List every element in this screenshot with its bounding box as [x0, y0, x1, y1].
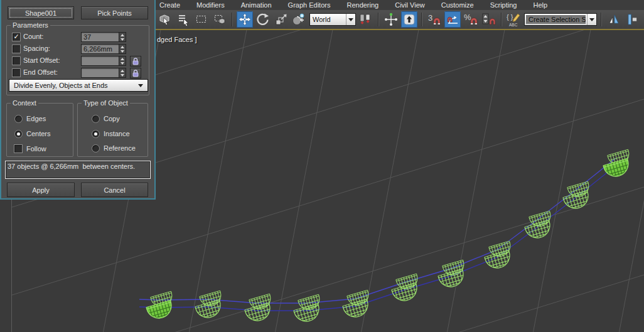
centers-radio[interactable]: [14, 130, 23, 138]
svg-text:{ }: { }: [507, 13, 513, 21]
scale-icon: [274, 12, 289, 27]
angle-snap-toggle-button[interactable]: [444, 11, 461, 28]
spacing-label: Spacing:: [23, 45, 50, 52]
snaps-toggle-3d-button[interactable]: 3: [426, 11, 443, 28]
copy-radio[interactable]: [92, 115, 100, 123]
align-icon: [626, 13, 638, 26]
percent-snap-toggle-button[interactable]: %: [463, 11, 479, 28]
select-and-manipulate-icon: [384, 12, 399, 27]
viewport-shading-label[interactable]: dged Faces ]: [157, 36, 197, 43]
cancel-button[interactable]: Cancel: [81, 183, 148, 197]
spacing-field[interactable]: 6,266mm: [81, 44, 121, 54]
svg-text:ABC: ABC: [509, 23, 518, 27]
end-offset-label: End Offset:: [23, 68, 58, 76]
named-selection-sets-icon: { } ABC: [506, 11, 522, 28]
named-selection-set-dropdown[interactable]: Create Selection Se: [524, 13, 597, 26]
percent-snap-icon: %: [463, 12, 479, 27]
start-offset-lock-button[interactable]: [130, 56, 141, 67]
toolbar-separator: [378, 13, 379, 26]
count-spinner[interactable]: [119, 32, 126, 42]
apply-button[interactable]: Apply: [7, 183, 75, 197]
reference-radio[interactable]: [92, 144, 100, 153]
svg-text:%: %: [464, 13, 471, 22]
follow-checkbox[interactable]: [14, 144, 23, 153]
snaps-3d-icon: 3: [426, 12, 443, 27]
mirror-button[interactable]: [606, 11, 622, 28]
spinner-snap-icon: [481, 12, 497, 27]
context-title: Context: [11, 99, 38, 107]
keyboard-shortcut-override-button[interactable]: [401, 11, 417, 28]
select-by-name-icon: [176, 13, 190, 26]
distribution-dropdown[interactable]: Divide Evenly, Objects at Ends: [9, 79, 148, 92]
align-button[interactable]: [624, 11, 640, 28]
parameters-title: Parameters: [11, 21, 50, 29]
lock-icon: [132, 69, 139, 77]
select-and-scale-button[interactable]: [273, 11, 289, 28]
window-crossing-icon: [213, 13, 227, 26]
menu-create[interactable]: Create: [159, 0, 180, 10]
mirror-icon: [607, 13, 621, 26]
angle-snap-icon: [445, 12, 460, 27]
start-offset-spinner[interactable]: [119, 56, 126, 66]
instance-label: Instance: [104, 130, 130, 137]
use-pivot-point-center-button[interactable]: [358, 11, 374, 28]
pick-path-button[interactable]: Shape001: [8, 6, 74, 19]
edit-named-selection-sets-button[interactable]: { } ABC: [506, 11, 522, 28]
end-offset-lock-button[interactable]: [130, 68, 141, 78]
chevron-down-icon: [138, 84, 143, 87]
toolbar-separator: [501, 13, 502, 26]
start-offset-label: Start Offset:: [23, 56, 60, 64]
distribution-value: Divide Evenly, Objects at Ends: [14, 82, 108, 89]
copy-label: Copy: [104, 115, 120, 122]
pick-points-button[interactable]: Pick Points: [81, 6, 148, 19]
application-window: Create Modifiers Animation Graph Editors…: [0, 0, 644, 332]
spinner-snap-toggle-button[interactable]: [481, 11, 497, 28]
select-and-move-button[interactable]: [237, 11, 253, 28]
select-and-place-button[interactable]: [291, 11, 308, 28]
end-offset-field[interactable]: [81, 68, 121, 78]
context-group: Context Edges Centers Follow: [6, 99, 73, 157]
toolbar-separator: [421, 13, 422, 26]
keyboard-override-icon: [402, 13, 416, 26]
select-object-icon: [158, 13, 172, 26]
spacing-spinner[interactable]: [119, 44, 126, 54]
chevron-down-icon: [587, 14, 596, 25]
select-by-name-button[interactable]: [175, 11, 191, 28]
spacing-tool-dialog: Shape001 Pick Points Parameters ✓ Count:…: [0, 0, 156, 200]
menu-animation[interactable]: Animation: [241, 0, 272, 10]
selection-set-value: Create Selection Se: [526, 15, 586, 24]
checkmark-icon: ✓: [13, 33, 19, 40]
select-object-button[interactable]: [157, 11, 173, 28]
edges-label: Edges: [26, 115, 46, 122]
rectangular-selection-region-button[interactable]: [193, 11, 210, 28]
count-checkbox[interactable]: ✓: [12, 33, 21, 41]
start-offset-checkbox[interactable]: [12, 56, 21, 65]
menu-modifiers[interactable]: Modifiers: [196, 0, 225, 10]
window-crossing-toggle-button[interactable]: [212, 11, 228, 28]
end-offset-spinner[interactable]: [119, 68, 126, 78]
spacing-checkbox[interactable]: [12, 45, 21, 53]
start-offset-field[interactable]: [81, 56, 121, 66]
menu-scripting[interactable]: Scripting: [490, 0, 517, 10]
spacing-status-readout: 37 objects @ 6,266mm between centers.: [5, 161, 151, 179]
menu-customize[interactable]: Customize: [441, 0, 474, 10]
type-of-object-group: Type of Object Copy Instance Reference: [77, 99, 148, 157]
toolbar-separator: [232, 13, 233, 26]
menu-civil-view[interactable]: Civil View: [395, 0, 424, 10]
count-label: Count:: [23, 33, 43, 40]
pivot-point-center-icon: [358, 12, 374, 27]
menu-graph-editors[interactable]: Graph Editors: [288, 0, 331, 10]
reference-coordinate-system-dropdown[interactable]: World: [309, 13, 356, 26]
menu-help[interactable]: Help: [533, 0, 547, 10]
instance-radio[interactable]: [92, 130, 100, 138]
select-and-manipulate-button[interactable]: [383, 11, 399, 28]
select-and-rotate-button[interactable]: [255, 11, 271, 28]
count-field[interactable]: 37: [81, 32, 121, 42]
svg-text:3: 3: [428, 13, 432, 23]
menu-rendering[interactable]: Rendering: [346, 0, 378, 10]
follow-label: Follow: [26, 145, 46, 153]
end-offset-checkbox[interactable]: [12, 68, 21, 77]
rectangular-selection-icon: [195, 13, 208, 26]
centers-label: Centers: [26, 130, 51, 137]
edges-radio[interactable]: [14, 115, 23, 123]
